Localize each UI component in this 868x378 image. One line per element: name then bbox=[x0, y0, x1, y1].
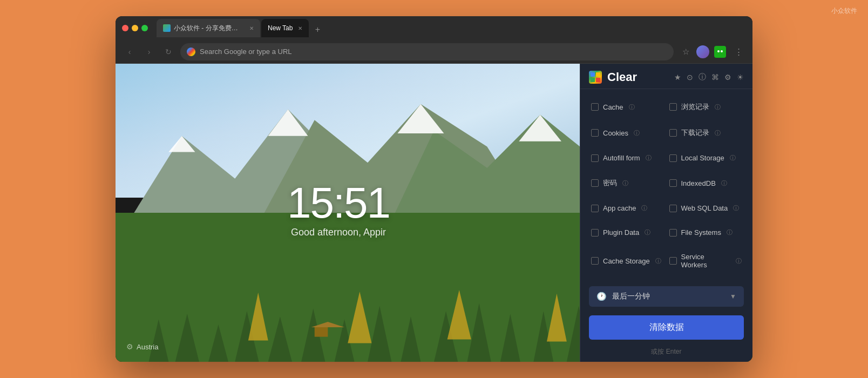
bookmark-icon[interactable]: ☆ bbox=[678, 44, 693, 59]
checkbox-cookies-label: Cookies bbox=[603, 129, 628, 137]
settings-toolbar-icon[interactable]: ⚙ bbox=[724, 73, 731, 82]
svg-rect-33 bbox=[315, 327, 328, 337]
browser-content: 15:51 Good afternoon, Appir ⚙ Austria bbox=[116, 64, 752, 362]
forward-button[interactable]: › bbox=[141, 44, 157, 59]
tab-favicon-xiaomei bbox=[163, 24, 171, 32]
checkbox-file-systems-label: File Systems bbox=[681, 228, 721, 237]
tab-close-newtab[interactable]: ✕ bbox=[298, 25, 302, 31]
maximize-button[interactable] bbox=[141, 25, 148, 31]
profile-avatar[interactable] bbox=[696, 45, 709, 58]
checkbox-cache-storage-box[interactable] bbox=[591, 257, 599, 265]
time-range-selector[interactable]: 🕐 最后一分钟 ▼ bbox=[589, 286, 744, 307]
minimize-button[interactable] bbox=[132, 25, 138, 31]
traffic-lights bbox=[122, 25, 148, 31]
checkbox-cache-storage[interactable]: Cache Storage ⓘ bbox=[589, 245, 666, 276]
checkbox-web-sql-label: Web SQL Data bbox=[681, 204, 728, 212]
checkbox-autofill[interactable]: Autofill form ⓘ bbox=[589, 146, 666, 170]
address-text: Search Google or type a URL bbox=[200, 48, 292, 56]
dropdown-arrow-icon: ▼ bbox=[730, 293, 736, 300]
command-toolbar-icon[interactable]: ⌘ bbox=[711, 73, 719, 82]
extension-icon[interactable] bbox=[713, 44, 728, 59]
checkbox-download-history-label: 下载记录 bbox=[681, 128, 709, 138]
svg-point-1 bbox=[717, 50, 720, 52]
checkbox-download-history-box[interactable] bbox=[669, 129, 677, 137]
info-toolbar-icon[interactable]: ⓘ bbox=[699, 72, 706, 82]
location-badge: ⚙ Austria bbox=[126, 342, 158, 351]
pin-toolbar-icon[interactable]: ⊙ bbox=[687, 73, 693, 82]
checkbox-cache-label: Cache bbox=[603, 103, 623, 111]
checkbox-web-sql-box[interactable] bbox=[669, 205, 677, 212]
checkbox-autofill-label: Autofill form bbox=[603, 154, 640, 162]
toolbar-actions: ☆ ⋮ bbox=[678, 44, 746, 59]
tab-close-xiaomei[interactable]: ✕ bbox=[249, 25, 254, 31]
address-bar[interactable]: Search Google or type a URL bbox=[180, 43, 674, 60]
checkbox-plugin-data-box[interactable] bbox=[591, 229, 599, 237]
checkbox-app-cache-label: App cache bbox=[603, 204, 636, 212]
checkbox-service-workers[interactable]: Service Workers ⓘ bbox=[667, 245, 744, 276]
checkbox-plugin-data[interactable]: Plugin Data ⓘ bbox=[589, 221, 666, 244]
time-display: 15:51 Good afternoon, Appir bbox=[287, 181, 390, 238]
checkbox-download-history[interactable]: 下载记录 ⓘ bbox=[667, 120, 744, 145]
checkbox-plugin-data-label: Plugin Data bbox=[603, 228, 639, 237]
clock-icon: 🕐 bbox=[596, 292, 607, 301]
tab-newtab[interactable]: New Tab ✕ bbox=[261, 19, 309, 37]
close-button[interactable] bbox=[122, 25, 128, 31]
checkbox-file-systems-box[interactable] bbox=[669, 229, 677, 237]
location-text: Austria bbox=[137, 343, 158, 351]
watermark: 小众软件 bbox=[831, 6, 857, 16]
checkbox-browse-history-label: 浏览记录 bbox=[681, 102, 709, 112]
toolbar: ‹ › ↻ Search Google or type a URL ☆ ⋮ bbox=[116, 40, 752, 64]
tabs-area: 小众软件 - 分享免费、小巧、实 ✕ New Tab ✕ + bbox=[152, 19, 746, 37]
checkbox-service-workers-box[interactable] bbox=[669, 257, 677, 265]
back-button[interactable]: ‹ bbox=[122, 44, 137, 59]
tab-title-xiaomei: 小众软件 - 分享免费、小巧、实 bbox=[174, 24, 244, 33]
settings-gear-icon[interactable]: ⚙ bbox=[126, 342, 133, 351]
checkbox-cookies-box[interactable] bbox=[591, 129, 599, 137]
tab-xiaomei[interactable]: 小众软件 - 分享免费、小巧、实 ✕ bbox=[157, 19, 260, 37]
svg-point-2 bbox=[721, 50, 723, 52]
checkbox-indexeddb-label: IndexedDB bbox=[681, 179, 716, 187]
checkbox-autofill-box[interactable] bbox=[591, 154, 599, 162]
svg-rect-36 bbox=[596, 72, 600, 77]
clear-data-button[interactable]: 清除数据 bbox=[589, 315, 744, 340]
checkbox-cookies[interactable]: Cookies ⓘ bbox=[589, 120, 666, 145]
svg-rect-35 bbox=[591, 72, 595, 77]
popup-toolbar-icons: ★ ⊙ ⓘ ⌘ ⚙ ☀ bbox=[674, 72, 744, 82]
checkbox-web-sql[interactable]: Web SQL Data ⓘ bbox=[667, 197, 744, 220]
enter-hint: 或按 Enter bbox=[580, 344, 752, 362]
checkbox-app-cache-box[interactable] bbox=[591, 205, 599, 212]
checkbox-file-systems[interactable]: File Systems ⓘ bbox=[667, 221, 744, 244]
checkbox-password[interactable]: 密码 ⓘ bbox=[589, 171, 666, 195]
svg-rect-37 bbox=[591, 78, 595, 82]
checkbox-cache[interactable]: Cache ⓘ bbox=[589, 94, 666, 119]
extension-popup: Clear ★ ⊙ ⓘ ⌘ ⚙ ☀ Cache ⓘ bbox=[580, 64, 752, 362]
extension-logo bbox=[589, 71, 602, 84]
clock-time: 15:51 bbox=[287, 181, 390, 225]
popup-title: Clear bbox=[607, 70, 669, 84]
checkbox-indexeddb[interactable]: IndexedDB ⓘ bbox=[667, 171, 744, 195]
browser-window: 小众软件 - 分享免费、小巧、实 ✕ New Tab ✕ + ‹ › ↻ Sea… bbox=[116, 16, 752, 362]
checkbox-indexeddb-box[interactable] bbox=[669, 179, 677, 187]
checkbox-browse-history-box[interactable] bbox=[669, 103, 677, 111]
brightness-toolbar-icon[interactable]: ☀ bbox=[737, 73, 744, 82]
checkbox-service-workers-label: Service Workers bbox=[681, 253, 731, 269]
tab-title-newtab: New Tab bbox=[268, 24, 293, 32]
reload-button[interactable]: ↻ bbox=[161, 44, 176, 59]
svg-marker-7 bbox=[268, 110, 308, 136]
checkbox-password-label: 密码 bbox=[603, 178, 617, 188]
google-icon bbox=[187, 48, 195, 56]
svg-rect-38 bbox=[596, 78, 600, 82]
checkbox-cache-storage-label: Cache Storage bbox=[603, 257, 650, 265]
checkbox-grid: Cache ⓘ 浏览记录 ⓘ Cookies ⓘ 下载记录 ⓘ bbox=[580, 89, 752, 282]
checkbox-local-storage-box[interactable] bbox=[669, 154, 677, 162]
checkbox-browse-history[interactable]: 浏览记录 ⓘ bbox=[667, 94, 744, 119]
checkbox-app-cache[interactable]: App cache ⓘ bbox=[589, 197, 666, 220]
menu-button[interactable]: ⋮ bbox=[731, 44, 746, 59]
checkbox-local-storage[interactable]: Local Storage ⓘ bbox=[667, 146, 744, 170]
checkbox-cache-box[interactable] bbox=[591, 103, 599, 111]
title-bar: 小众软件 - 分享免费、小巧、实 ✕ New Tab ✕ + bbox=[116, 16, 752, 40]
new-tab-button[interactable]: + bbox=[310, 22, 325, 37]
star-toolbar-icon[interactable]: ★ bbox=[674, 73, 681, 82]
checkbox-password-box[interactable] bbox=[591, 179, 599, 187]
checkbox-local-storage-label: Local Storage bbox=[681, 154, 724, 162]
